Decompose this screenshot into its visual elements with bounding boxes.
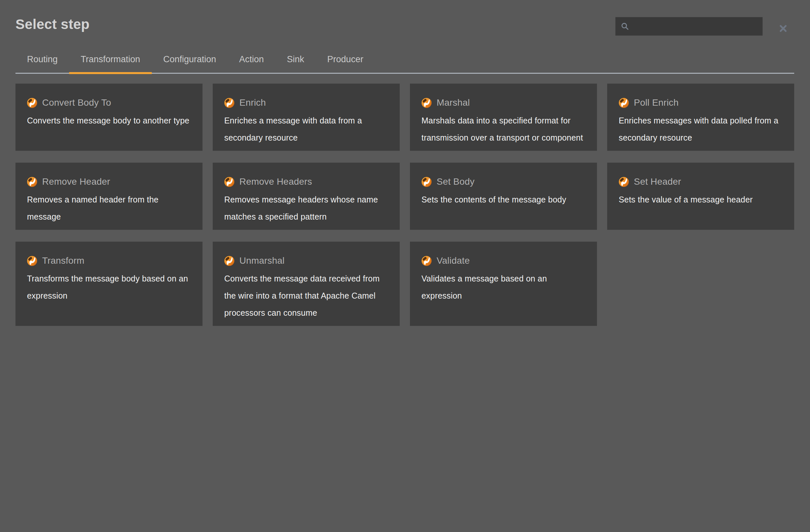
camel-icon bbox=[27, 177, 37, 187]
step-card-grid: Convert Body ToConverts the message body… bbox=[15, 84, 794, 326]
tab-routing[interactable]: Routing bbox=[15, 53, 69, 73]
tab-label: Sink bbox=[287, 54, 304, 64]
tab-label: Producer bbox=[327, 54, 363, 64]
card-header: Remove Headers bbox=[224, 176, 388, 187]
camel-icon bbox=[421, 98, 432, 108]
tab-label: Routing bbox=[27, 54, 58, 64]
card-title: Transform bbox=[42, 256, 84, 266]
step-card-marshal[interactable]: MarshalMarshals data into a specified fo… bbox=[410, 84, 597, 151]
step-card-remove-header[interactable]: Remove HeaderRemoves a named header from… bbox=[15, 163, 202, 230]
camel-icon bbox=[224, 256, 234, 266]
card-header: Enrich bbox=[224, 97, 388, 108]
card-title: Convert Body To bbox=[42, 97, 111, 108]
tab-label: Transformation bbox=[81, 54, 140, 64]
step-card-enrich[interactable]: EnrichEnriches a message with data from … bbox=[213, 84, 400, 151]
card-title: Unmarshal bbox=[239, 256, 285, 266]
card-header: Poll Enrich bbox=[619, 97, 783, 108]
tab-bar: RoutingTransformationConfigurationAction… bbox=[15, 53, 794, 74]
card-description: Enriches messages with data polled from … bbox=[619, 112, 783, 146]
tab-label: Action bbox=[239, 54, 264, 64]
card-description: Sets the contents of the message body bbox=[421, 191, 585, 208]
search-input[interactable] bbox=[633, 17, 759, 36]
card-description: Marshals data into a specified format fo… bbox=[421, 112, 585, 146]
card-description: Transforms the message body based on an … bbox=[27, 270, 191, 304]
step-card-transform[interactable]: TransformTransforms the message body bas… bbox=[15, 242, 202, 326]
tab-producer[interactable]: Producer bbox=[316, 53, 375, 73]
card-header: Transform bbox=[27, 256, 191, 266]
tab-action[interactable]: Action bbox=[228, 53, 275, 73]
card-title: Validate bbox=[437, 256, 470, 266]
search-box[interactable] bbox=[615, 17, 763, 35]
camel-icon bbox=[224, 177, 234, 187]
step-card-remove-headers[interactable]: Remove HeadersRemoves message headers wh… bbox=[213, 163, 400, 230]
card-header: Validate bbox=[421, 256, 585, 266]
card-title: Remove Headers bbox=[239, 176, 312, 187]
card-description: Validates a message based on an expressi… bbox=[421, 270, 585, 304]
dialog-title: Select step bbox=[15, 16, 90, 32]
card-title: Marshal bbox=[437, 97, 470, 108]
close-icon bbox=[779, 24, 788, 33]
camel-icon bbox=[421, 256, 432, 266]
camel-icon bbox=[619, 98, 629, 108]
camel-icon bbox=[421, 177, 432, 187]
camel-icon bbox=[619, 177, 629, 187]
camel-icon bbox=[27, 98, 37, 108]
card-header: Marshal bbox=[421, 97, 585, 108]
step-card-convert-body-to[interactable]: Convert Body ToConverts the message body… bbox=[15, 84, 202, 151]
card-description: Removes a named header from the message bbox=[27, 191, 191, 225]
card-description: Removes message headers whose name match… bbox=[224, 191, 388, 225]
card-description: Sets the value of a message header bbox=[619, 191, 783, 208]
card-title: Remove Header bbox=[42, 176, 110, 187]
card-header: Set Header bbox=[619, 176, 783, 187]
tab-configuration[interactable]: Configuration bbox=[152, 53, 228, 73]
step-card-set-body[interactable]: Set BodySets the contents of the message… bbox=[410, 163, 597, 230]
card-title: Enrich bbox=[239, 97, 266, 108]
card-description: Converts the message body to another typ… bbox=[27, 112, 191, 129]
tab-sink[interactable]: Sink bbox=[275, 53, 316, 73]
tab-label: Configuration bbox=[163, 54, 216, 64]
card-title: Poll Enrich bbox=[634, 97, 679, 108]
search-icon bbox=[621, 22, 629, 31]
card-description: Converts the message data received from … bbox=[224, 270, 388, 321]
card-header: Set Body bbox=[421, 176, 585, 187]
card-header: Remove Header bbox=[27, 176, 191, 187]
card-header: Convert Body To bbox=[27, 97, 191, 108]
card-title: Set Header bbox=[634, 176, 681, 187]
select-step-dialog: { "dialog": { "title": "Select step" }, … bbox=[0, 0, 810, 532]
step-card-unmarshal[interactable]: UnmarshalConverts the message data recei… bbox=[213, 242, 400, 326]
card-title: Set Body bbox=[437, 176, 474, 187]
step-card-set-header[interactable]: Set HeaderSets the value of a message he… bbox=[607, 163, 794, 230]
card-description: Enriches a message with data from a seco… bbox=[224, 112, 388, 146]
close-button[interactable] bbox=[774, 19, 792, 37]
step-card-validate[interactable]: ValidateValidates a message based on an … bbox=[410, 242, 597, 326]
camel-icon bbox=[27, 256, 37, 266]
tab-transformation[interactable]: Transformation bbox=[69, 53, 152, 73]
camel-icon bbox=[224, 98, 234, 108]
card-header: Unmarshal bbox=[224, 256, 388, 266]
step-card-poll-enrich[interactable]: Poll EnrichEnriches messages with data p… bbox=[607, 84, 794, 151]
